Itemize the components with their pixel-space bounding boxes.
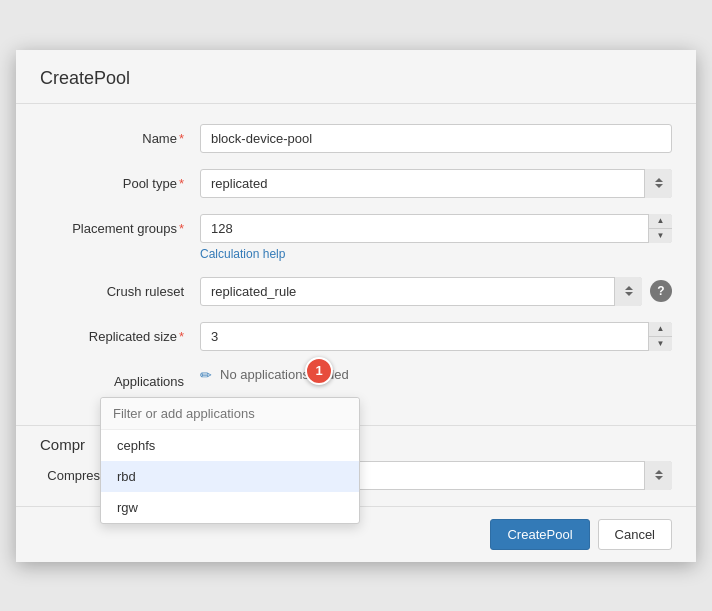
app-option-rgw[interactable]: rgw xyxy=(101,492,359,523)
edit-applications-icon[interactable]: ✏ xyxy=(200,367,212,383)
crush-row: replicated_rule ? xyxy=(200,277,672,306)
crush-select-wrap: replicated_rule xyxy=(200,277,642,306)
applications-row: Applications ✏ No applications added 1 c… xyxy=(40,367,672,389)
pool-type-required: * xyxy=(179,176,184,191)
calculation-help-link[interactable]: Calculation help xyxy=(200,247,672,261)
applications-content: ✏ No applications added xyxy=(200,367,672,383)
placement-groups-control: ▲ ▼ Calculation help xyxy=(200,214,672,261)
name-row: Name* xyxy=(40,124,672,153)
replicated-size-label: Replicated size* xyxy=(40,322,200,344)
name-control xyxy=(200,124,672,153)
rep-required: * xyxy=(179,329,184,344)
placement-groups-input[interactable] xyxy=(200,214,672,243)
dialog-title: CreatePool xyxy=(16,50,696,104)
replicated-size-input[interactable] xyxy=(200,322,672,351)
dialog-body: Name* Pool type* replicated erasure xyxy=(16,104,696,425)
crush-ruleset-label: Crush ruleset xyxy=(40,277,200,299)
rep-decrement-button[interactable]: ▼ xyxy=(649,337,672,351)
rep-increment-button[interactable]: ▲ xyxy=(649,322,672,337)
pool-type-control: replicated erasure xyxy=(200,169,672,198)
crush-ruleset-control: replicated_rule ? xyxy=(200,277,672,306)
create-pool-dialog: CreatePool Name* Pool type* replicated e… xyxy=(16,50,696,562)
pool-type-select[interactable]: replicated erasure xyxy=(200,169,672,198)
name-required: * xyxy=(179,131,184,146)
pg-spinner-wrap: ▲ ▼ xyxy=(200,214,672,243)
placement-groups-label: Placement groups* xyxy=(40,214,200,236)
replicated-size-control: ▲ ▼ xyxy=(200,322,672,351)
pool-type-row: Pool type* replicated erasure xyxy=(40,169,672,198)
app-option-cephfs[interactable]: cephfs xyxy=(101,430,359,461)
create-pool-button[interactable]: CreatePool xyxy=(490,519,589,550)
crush-ruleset-row: Crush ruleset replicated_rule ? xyxy=(40,277,672,306)
pg-increment-button[interactable]: ▲ xyxy=(649,214,672,229)
pool-type-label: Pool type* xyxy=(40,169,200,191)
applications-control: ✏ No applications added 1 cephfs rbd rgw xyxy=(200,367,672,383)
rep-spinner-wrap: ▲ ▼ xyxy=(200,322,672,351)
app-option-rbd[interactable]: rbd xyxy=(101,461,359,492)
pg-spinner-buttons: ▲ ▼ xyxy=(648,214,672,243)
crush-ruleset-select[interactable]: replicated_rule xyxy=(200,277,642,306)
rep-spinner-buttons: ▲ ▼ xyxy=(648,322,672,351)
annotation-1: 1 xyxy=(305,357,333,385)
app-dropdown: cephfs rbd rgw xyxy=(100,397,360,524)
name-label: Name* xyxy=(40,124,200,146)
app-filter-input[interactable] xyxy=(101,398,359,430)
replicated-size-row: Replicated size* ▲ ▼ xyxy=(40,322,672,351)
applications-label: Applications xyxy=(40,367,200,389)
crush-help-icon[interactable]: ? xyxy=(650,280,672,302)
cancel-button[interactable]: Cancel xyxy=(598,519,672,550)
pg-decrement-button[interactable]: ▼ xyxy=(649,229,672,243)
placement-groups-row: Placement groups* ▲ ▼ Calculation help xyxy=(40,214,672,261)
name-input[interactable] xyxy=(200,124,672,153)
pg-required: * xyxy=(179,221,184,236)
